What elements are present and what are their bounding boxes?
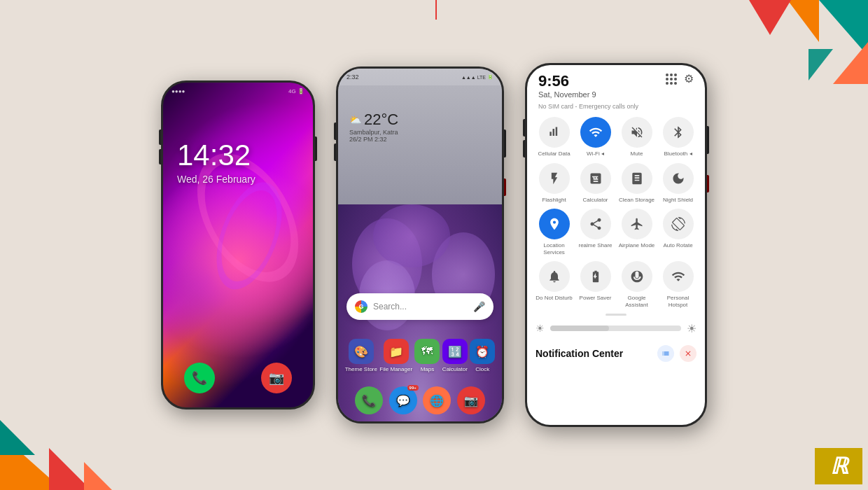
flashlight-label: Flashlight xyxy=(542,197,566,204)
tile-flashlight[interactable]: Flashlight xyxy=(536,163,573,204)
airplane-label: Airplane Mode xyxy=(619,242,655,249)
dock-phone[interactable]: 📞 xyxy=(355,386,383,414)
tile-auto-rotate[interactable]: Auto Rotate xyxy=(659,209,696,255)
google-assistant-icon xyxy=(630,270,644,284)
tile-mute[interactable]: Mute xyxy=(618,117,655,158)
dot5 xyxy=(670,78,673,80)
grid-icon[interactable] xyxy=(666,74,677,85)
dock-messages-icon: 💬 99+ xyxy=(389,386,417,414)
realme-share-label: realme Share xyxy=(578,242,612,249)
phone2-wrapper: 2:32 ▲▲▲ LTE 🔋 ⛅ 22°C Sambalpur, Katra 2… xyxy=(336,66,504,424)
dock-phone-icon: 📞 xyxy=(355,386,383,414)
phone1-date: Wed, 26 February xyxy=(177,174,255,185)
location-label: Location Services xyxy=(536,242,573,255)
google-assistant-circle xyxy=(622,261,652,292)
quick-tiles-row3: Location Services realme Share xyxy=(527,206,705,258)
tile-calculator2[interactable]: Calculator xyxy=(577,163,614,204)
bluetooth-icon xyxy=(671,125,685,139)
tile-google-assistant[interactable]: Google Assistant xyxy=(618,261,655,308)
orange2-triangle xyxy=(833,42,868,84)
app-maps[interactable]: 🗺 Maps xyxy=(414,339,440,372)
google-g-icon: G xyxy=(355,300,368,313)
clean-storage-icon xyxy=(630,172,644,186)
cellular-circle xyxy=(539,117,570,148)
brightness-min-icon: ☀ xyxy=(536,323,545,334)
app-clock[interactable]: ⏰ Clock xyxy=(470,339,495,372)
phone1-camera-icon[interactable]: 📷 xyxy=(261,363,292,393)
app-file-manager[interactable]: 📁 File Manager xyxy=(379,339,412,372)
camera-symbol: 📷 xyxy=(269,370,284,386)
tile-cellular[interactable]: Cellular Data xyxy=(536,117,573,158)
dot9 xyxy=(674,82,677,85)
tile-wifi[interactable]: Wi-Fi ◂ xyxy=(577,117,614,158)
phone1-call-icon[interactable]: 📞 xyxy=(184,363,215,393)
calculator-circle xyxy=(580,163,611,194)
tile-dnd[interactable]: Do Not Disturb xyxy=(536,261,573,308)
dock-messages[interactable]: 💬 99+ xyxy=(389,386,417,414)
phone2-datetime: 26/2 PM 2:32 xyxy=(349,136,398,143)
app-calculator[interactable]: 🔢 Calculator xyxy=(442,339,468,372)
notif-list-icon-btn[interactable] xyxy=(657,345,674,362)
tile-bluetooth[interactable]: Bluetooth ◂ xyxy=(659,117,696,158)
power-saver-circle xyxy=(580,261,611,292)
maps-icon: 🗺 xyxy=(414,339,440,364)
app-theme-store[interactable]: 🎨 Theme Store xyxy=(345,339,377,372)
location-circle xyxy=(539,209,570,239)
settings-icon[interactable]: ⚙ xyxy=(684,72,694,85)
airplane-circle xyxy=(622,209,652,239)
notification-center-header: Notification Center xyxy=(527,340,705,365)
tile-hotspot[interactable]: Personal Hotspot xyxy=(659,261,696,308)
phone1-power-btn xyxy=(315,136,317,161)
calculator-icon: 🔢 xyxy=(442,339,468,364)
tile-airplane[interactable]: Airplane Mode xyxy=(618,209,655,255)
realme-r-letter: ℝ xyxy=(830,453,848,479)
phone2-time: 2:32 xyxy=(346,74,359,80)
quick-tiles-row2: Flashlight Calculator Clean xyxy=(527,160,705,206)
flashlight-circle xyxy=(539,163,570,194)
dock-browser-icon: 🌐 xyxy=(423,386,451,414)
phone2-network: LTE xyxy=(477,75,486,80)
flashlight-icon xyxy=(547,172,561,186)
phone3-time-block: 9:56 Sat, November 9 xyxy=(538,72,596,99)
mute-icon xyxy=(630,125,644,139)
tile-night-shield[interactable]: Night Shield xyxy=(659,163,696,204)
mic-icon[interactable]: 🎤 xyxy=(473,301,485,312)
phone1: ●●●● 4G 🔋 14:32 Wed, 26 February 📞 📷 xyxy=(161,80,315,410)
hotspot-icon xyxy=(671,270,685,284)
dot7 xyxy=(666,82,668,85)
dock-browser[interactable]: 🌐 xyxy=(423,386,451,414)
dock-camera[interactable]: 📷 xyxy=(457,386,485,414)
phone2-dock: 📞 💬 99+ 🌐 📷 xyxy=(338,386,502,414)
notif-close-icon-btn[interactable] xyxy=(680,345,696,362)
dock-camera-icon: 📷 xyxy=(457,386,485,414)
bluetooth-circle xyxy=(663,117,694,148)
bluetooth-label: Bluetooth ◂ xyxy=(664,150,692,158)
mute-circle xyxy=(622,117,652,148)
tile-clean-storage[interactable]: Clean Storage xyxy=(618,163,655,204)
phone3-statusbar: 9:56 Sat, November 9 xyxy=(527,65,705,102)
theme-store-icon: 🎨 xyxy=(349,339,374,364)
notif-close-icon xyxy=(684,349,692,358)
tile-power-saver[interactable]: Power Saver xyxy=(577,261,614,308)
phone3-top-icons: ⚙ xyxy=(666,72,694,85)
app-label-clock: Clock xyxy=(475,366,489,372)
clean-storage-label: Clean Storage xyxy=(619,197,654,204)
tile-realme-share[interactable]: realme Share xyxy=(577,209,614,255)
call-symbol: 📞 xyxy=(192,370,207,386)
notif-list-icon xyxy=(662,349,670,358)
brightness-row: ☀ ☀ xyxy=(527,318,705,340)
dnd-label: Do Not Disturb xyxy=(536,295,572,302)
brightness-bar[interactable] xyxy=(550,326,681,331)
phone1-time: 14:32 xyxy=(177,139,251,172)
phone2-battery-icon: 🔋 xyxy=(487,74,493,80)
bl-teal-tri xyxy=(0,420,35,455)
tile-location[interactable]: Location Services xyxy=(536,209,573,255)
phone2-signal: ▲▲▲ xyxy=(461,75,476,80)
google-assistant-label: Google Assistant xyxy=(618,295,655,308)
phone3-red-btn xyxy=(707,175,709,192)
phone2-search-bar[interactable]: G Search... 🎤 xyxy=(346,293,493,320)
airplane-icon xyxy=(630,217,644,231)
phone3: 9:56 Sat, November 9 xyxy=(525,63,707,427)
cellular-icon xyxy=(547,125,561,139)
brightness-fill xyxy=(550,326,609,331)
